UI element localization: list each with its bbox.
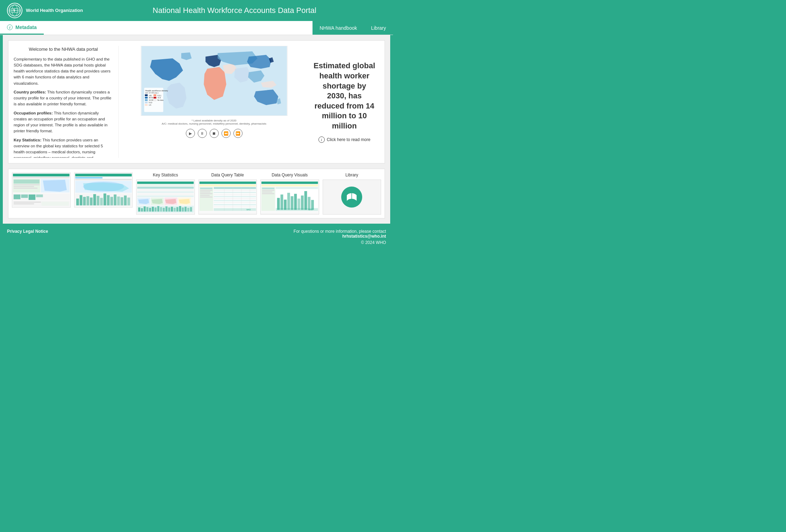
svg-rect-95 [182, 208, 184, 212]
svg-rect-46 [75, 179, 132, 180]
key-statistics-section: Key Statistics: This function provides u… [14, 137, 113, 158]
svg-text:0.5-1: 0.5-1 [157, 95, 161, 97]
occupation-profiles-label: Occupation profiles: [14, 111, 53, 115]
top-section: Welcome to the NHWA data portal Compleme… [8, 40, 385, 163]
svg-rect-89 [166, 206, 168, 212]
svg-rect-60 [110, 197, 113, 205]
fast-forward-button[interactable]: ⏩ [233, 129, 243, 138]
tab-nhwa-handbook[interactable]: NHWA handbook [313, 21, 364, 35]
contact-email[interactable]: hrhstatistics@who.int [294, 234, 386, 239]
svg-rect-94 [179, 206, 181, 212]
thumbnail-occupation-profile[interactable] [74, 173, 133, 215]
svg-rect-135 [276, 187, 318, 189]
svg-rect-41 [14, 203, 34, 204]
svg-rect-67 [137, 182, 194, 184]
thumbnails-section: Key Statistics [8, 169, 385, 218]
map-panel: Health workforce density (per 10 000 pop… [124, 46, 304, 158]
click-here-link[interactable]: i Click here to read more [318, 136, 371, 143]
svg-text:1-5: 1-5 [148, 104, 151, 106]
footer: Privacy Legal Notice For questions or mo… [0, 224, 393, 250]
thumbnail-data-query-table[interactable]: Data Query Table [198, 173, 257, 215]
svg-rect-133 [262, 193, 274, 194]
tab-library[interactable]: Library [364, 21, 393, 35]
key-stats-label: Key Statistics: [14, 138, 41, 142]
map-caption-line1: * Latest available density as of 2020 [141, 119, 288, 122]
svg-rect-58 [103, 194, 106, 205]
pause-button[interactable]: ⏸ [198, 129, 207, 138]
svg-rect-110 [213, 187, 256, 189]
svg-rect-118 [213, 204, 256, 205]
svg-rect-106 [200, 193, 212, 194]
thumbnail-country-profile[interactable] [12, 173, 71, 215]
copyright: © 2024 WHO [294, 240, 386, 245]
svg-rect-91 [171, 207, 173, 212]
svg-rect-37 [29, 195, 35, 200]
svg-rect-65 [127, 197, 130, 205]
svg-rect-141 [294, 194, 297, 210]
welcome-panel: Welcome to the NHWA data portal Compleme… [14, 46, 119, 158]
svg-rect-140 [291, 196, 294, 210]
svg-rect-45 [75, 177, 102, 178]
svg-rect-61 [113, 195, 116, 205]
thumbnail-library[interactable]: Library [323, 173, 381, 215]
svg-rect-139 [287, 193, 290, 210]
svg-rect-105 [200, 191, 210, 192]
thumbnail-data-query-visuals[interactable]: Data Query Visuals [260, 173, 319, 215]
play-button[interactable]: ▶ [186, 129, 195, 138]
contact-label: For questions or more information, pleas… [294, 229, 386, 234]
svg-text:>50: >50 [148, 95, 152, 97]
tab-metadata[interactable]: i Metadata [0, 21, 44, 35]
svg-text:No data: No data [157, 99, 163, 101]
svg-rect-72 [137, 194, 194, 195]
svg-rect-112 [213, 192, 256, 193]
footer-right: For questions or more information, pleas… [294, 229, 386, 245]
svg-rect-107 [200, 195, 209, 196]
svg-rect-21 [153, 97, 156, 99]
dq-table-thumbnail-label: Data Query Table [211, 173, 244, 177]
footer-left: Privacy Legal Notice [7, 229, 48, 234]
rewind-button[interactable]: ⏪ [222, 129, 231, 138]
svg-rect-11 [145, 97, 148, 99]
stop-button[interactable]: ⏹ [210, 129, 219, 138]
thumbnail-library-img [323, 180, 381, 215]
svg-rect-111 [213, 190, 256, 191]
svg-rect-15 [145, 102, 148, 103]
svg-rect-115 [213, 198, 256, 199]
privacy-legal-link[interactable]: Privacy Legal Notice [7, 229, 48, 234]
svg-rect-52 [83, 197, 86, 205]
world-map: Health workforce density (per 10 000 pop… [141, 46, 288, 116]
svg-rect-131 [262, 190, 274, 191]
svg-rect-44 [75, 174, 132, 176]
who-logo: ⚕ World Health Organization [7, 3, 83, 18]
svg-rect-69 [137, 187, 194, 189]
stat-text: Estimated global health worker shortage … [313, 61, 376, 131]
svg-rect-62 [117, 196, 120, 205]
svg-rect-40 [14, 202, 41, 203]
who-logo-icon: ⚕ [7, 3, 22, 18]
svg-rect-35 [14, 195, 20, 200]
svg-rect-54 [90, 197, 92, 205]
svg-rect-36 [21, 195, 28, 198]
svg-rect-73 [137, 196, 194, 197]
svg-rect-53 [86, 196, 89, 205]
svg-rect-23 [153, 99, 156, 101]
thumbnail-occupation-img [74, 173, 133, 208]
thumbnail-key-statistics[interactable]: Key Statistics [136, 173, 195, 215]
svg-rect-38 [36, 195, 43, 197]
map-caption: * Latest available density as of 2020 A/… [141, 119, 288, 125]
thumbnail-dq-table-img: WHO [198, 180, 257, 215]
country-profiles-section: Country profiles: This function dynamica… [14, 89, 113, 107]
thumbnail-dq-visuals-img: WHO [260, 180, 319, 215]
svg-rect-19 [153, 94, 156, 96]
svg-text:10-30: 10-30 [148, 99, 153, 101]
portal-title: National Health Workforce Accounts Data … [83, 6, 386, 15]
svg-text:5-10: 5-10 [148, 102, 152, 104]
svg-rect-108 [200, 197, 212, 198]
svg-rect-32 [14, 188, 37, 189]
svg-rect-70 [137, 189, 194, 191]
svg-rect-104 [200, 190, 212, 191]
svg-rect-71 [137, 191, 194, 193]
country-profiles-label: Country profiles: [14, 90, 46, 94]
svg-rect-51 [79, 195, 82, 205]
occupation-profiles-section: Occupation profiles: This function dynam… [14, 110, 113, 134]
